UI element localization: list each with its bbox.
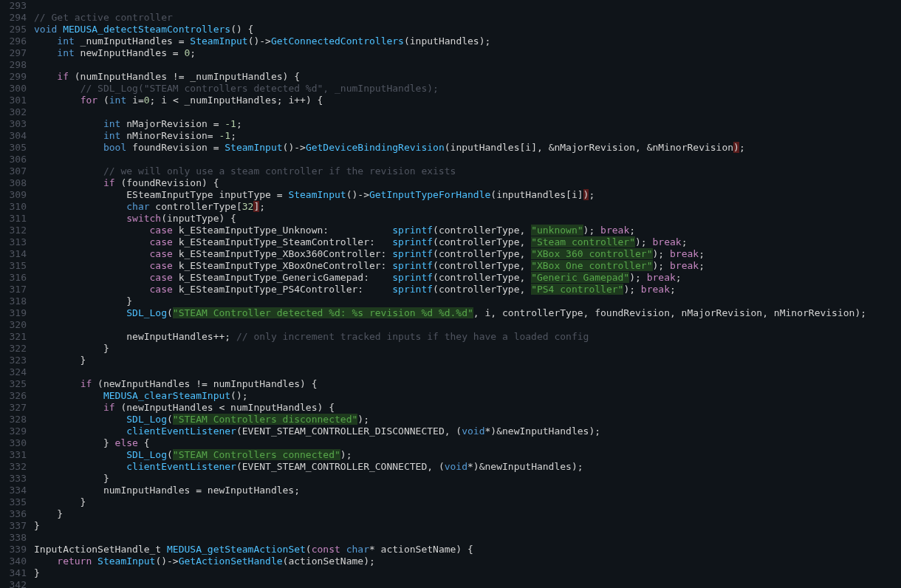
code-line[interactable]: }	[34, 473, 901, 485]
line-number: 296	[3, 35, 27, 47]
code-line[interactable]: SDL_Log("STEAM Controllers disconnected"…	[34, 414, 901, 425]
token: k_ESteamInputType_SteamController:	[173, 236, 392, 247]
code-line[interactable]: SDL_Log("STEAM Controllers connected");	[34, 449, 901, 461]
code-line[interactable]: case k_ESteamInputType_XBoxOneController…	[34, 260, 901, 272]
token: &	[496, 425, 502, 437]
token: sprintf	[392, 248, 433, 259]
code-line[interactable]: } else {	[34, 437, 901, 449]
code-line[interactable]: }	[34, 295, 901, 307]
line-number: 294	[3, 12, 27, 24]
code-line[interactable]	[34, 532, 901, 544]
token: k_ESteamInputType_Unknown:	[173, 225, 392, 236]
line-number: 327	[3, 402, 27, 414]
code-line[interactable]: if (newInputHandles != numInputHandles) …	[34, 378, 901, 390]
code-line[interactable]	[34, 579, 901, 588]
token: sprintf	[392, 260, 433, 271]
line-number: 336	[3, 508, 27, 520]
code-line[interactable]: int nMinorRevision= -1;	[34, 130, 901, 142]
code-line[interactable]: return SteamInput()->GetActionSetHandle(…	[34, 555, 901, 567]
code-line[interactable]: bool foundRevision = SteamInput()->GetDe…	[34, 142, 901, 154]
token	[34, 414, 126, 425]
line-number: 329	[3, 425, 27, 437]
token	[34, 165, 103, 177]
token: return	[57, 555, 92, 567]
code-line[interactable]: }	[34, 567, 901, 579]
line-number: 311	[3, 213, 27, 225]
line-number: 312	[3, 225, 27, 236]
code-line[interactable]: clientEventListener(EVENT_STEAM_CONTROLL…	[34, 425, 901, 437]
code-line[interactable]: }	[34, 496, 901, 508]
token: foundRevision =	[126, 142, 225, 153]
token: controllerType[	[150, 201, 242, 212]
token: ESteamInputType inputType =	[34, 189, 288, 200]
code-line[interactable]: SDL_Log("STEAM Controller detected %d: %…	[34, 307, 901, 319]
code-line[interactable]: }	[34, 520, 901, 532]
code-line[interactable]	[34, 0, 901, 12]
token: (	[167, 414, 173, 425]
token: *)	[485, 425, 497, 437]
code-line[interactable]	[34, 106, 901, 118]
code-line[interactable]: // we will only use a steam controller i…	[34, 165, 901, 177]
code-line[interactable]: }	[34, 355, 901, 366]
token: ;	[676, 272, 682, 283]
code-line[interactable]	[34, 319, 901, 331]
code-line[interactable]: }	[34, 508, 901, 520]
code-line[interactable]: switch(inputType) {	[34, 213, 901, 225]
line-number: 335	[3, 496, 27, 508]
token: SDL_Log	[126, 307, 167, 318]
code-line[interactable]: clientEventListener(EVENT_STEAM_CONTROLL…	[34, 461, 901, 473]
code-line[interactable]: case k_ESteamInputType_Unknown: sprintf(…	[34, 225, 901, 236]
token: , i, controllerType, foundRevision, nMaj…	[473, 307, 866, 318]
line-number: 341	[3, 567, 27, 579]
code-line[interactable]: int newInputHandles = 0;	[34, 47, 901, 59]
token: "Generic Gamepad"	[531, 272, 629, 283]
code-line[interactable]: int _numInputHandles = SteamInput()->Get…	[34, 35, 901, 47]
code-line[interactable]	[34, 154, 901, 165]
code-line[interactable]	[34, 366, 901, 378]
token: int	[109, 95, 126, 106]
code-line[interactable]: char controllerType[32];	[34, 201, 901, 213]
code-line[interactable]: case k_ESteamInputType_GenericGamepad: s…	[34, 272, 901, 284]
token: k_ESteamInputType_PS4Controller:	[173, 284, 392, 295]
code-line[interactable]: case k_ESteamInputType_XBox360Controller…	[34, 248, 901, 260]
token: MEDUSA_detectSteamControllers	[63, 24, 230, 35]
code-line[interactable]: case k_ESteamInputType_PS4Controller: sp…	[34, 284, 901, 295]
code-line[interactable]: int nMajorRevision = -1;	[34, 118, 901, 130]
code-editor[interactable]: 2932942952962972982993003013023033043053…	[0, 0, 901, 588]
token: MEDUSA_clearSteamInput	[103, 390, 230, 401]
token: (controllerType,	[433, 284, 531, 295]
code-line[interactable]: for (int i=0; i < _numInputHandles; i++)…	[34, 95, 901, 106]
token: void	[34, 24, 57, 35]
line-number: 334	[3, 485, 27, 496]
code-line[interactable]: InputActionSetHandle_t MEDUSA_getSteamAc…	[34, 544, 901, 555]
code-line[interactable]: if (newInputHandles < numInputHandles) {	[34, 402, 901, 414]
code-line[interactable]: // SDL_Log("STEAM controllers detected %…	[34, 83, 901, 95]
code-line[interactable]	[34, 59, 901, 71]
token: GetDeviceBindingRevision	[306, 142, 445, 153]
code-line[interactable]: if (numInputHandles != _numInputHandles)…	[34, 71, 901, 83]
code-line[interactable]: if (foundRevision) {	[34, 177, 901, 189]
token: newInputHandles);	[502, 425, 600, 437]
token: (	[167, 449, 173, 460]
token: 0	[144, 95, 150, 106]
code-content[interactable]: // Get active controllervoid MEDUSA_dete…	[32, 0, 901, 588]
line-number: 337	[3, 520, 27, 532]
line-number: 302	[3, 106, 27, 118]
code-line[interactable]: ESteamInputType inputType = SteamInput()…	[34, 189, 901, 201]
token: ;	[699, 260, 705, 271]
token: newInputHandles);	[485, 461, 583, 472]
code-line[interactable]: MEDUSA_clearSteamInput();	[34, 390, 901, 402]
token: case	[150, 236, 173, 247]
token: );	[635, 236, 652, 247]
code-line[interactable]: case k_ESteamInputType_SteamController: …	[34, 236, 901, 248]
code-line[interactable]: // Get active controller	[34, 12, 901, 24]
code-line[interactable]: newInputHandles++; // only increment tra…	[34, 331, 901, 343]
token: }	[34, 496, 86, 507]
code-line[interactable]: }	[34, 343, 901, 355]
line-number: 330	[3, 437, 27, 449]
token	[34, 95, 80, 106]
token: );	[357, 414, 369, 425]
code-line[interactable]: numInputHandles = newInputHandles;	[34, 485, 901, 496]
token: ->	[167, 555, 179, 567]
code-line[interactable]: void MEDUSA_detectSteamControllers() {	[34, 24, 901, 35]
